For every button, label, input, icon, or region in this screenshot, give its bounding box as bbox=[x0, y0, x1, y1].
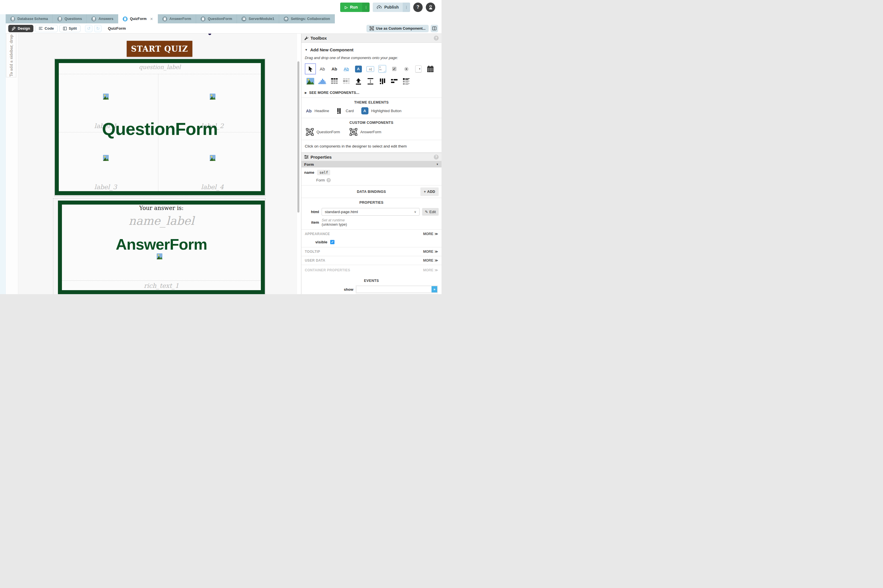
custom-questionform[interactable]: QuestionForm bbox=[306, 128, 340, 136]
component-linearpanel[interactable] bbox=[389, 76, 400, 87]
component-columnpanel[interactable] bbox=[377, 76, 388, 87]
component-richtext[interactable]: Ab bbox=[329, 63, 340, 75]
event-show-input[interactable]: » bbox=[356, 286, 437, 293]
type-help-icon[interactable]: ? bbox=[326, 178, 331, 182]
visible-checkbox[interactable]: ✓ bbox=[330, 240, 335, 244]
canvas-scrollbar[interactable] bbox=[297, 34, 301, 294]
form-editor-toolbar: Design Code Split ↺ ↻ QuizForm Use as Cu… bbox=[6, 23, 442, 34]
tab-answerform[interactable]: AnswerForm bbox=[158, 14, 196, 23]
tab-label: Questions bbox=[65, 17, 82, 21]
radio-icon bbox=[404, 67, 408, 71]
scrollbar-thumb[interactable] bbox=[297, 62, 299, 213]
answerform-component[interactable]: Your answer is: name_label AnswerForm ri… bbox=[58, 201, 265, 294]
sidebar-drop-zone[interactable]: To add a sidebar, drop a ColumnP bbox=[6, 34, 16, 77]
theme-card[interactable]: Card bbox=[336, 108, 354, 114]
component-spacer[interactable] bbox=[365, 76, 376, 87]
design-view-button[interactable]: Design bbox=[8, 25, 33, 32]
card-icon bbox=[336, 108, 343, 114]
component-datagrid[interactable] bbox=[329, 76, 340, 87]
select-tool[interactable] bbox=[305, 63, 316, 75]
start-quiz-button[interactable]: START QUIZ bbox=[127, 41, 192, 57]
account-button[interactable] bbox=[426, 3, 435, 12]
theme-highlighted-button[interactable]: A Highlighted Button bbox=[361, 107, 401, 114]
tab-answers[interactable]: Answers bbox=[87, 14, 118, 23]
component-radiobutton[interactable] bbox=[401, 63, 412, 75]
component-textbox[interactable]: a| bbox=[365, 63, 376, 75]
component-image[interactable] bbox=[305, 76, 316, 87]
tab-database-schema[interactable]: Database Schema bbox=[6, 14, 53, 23]
close-tab-icon[interactable]: ✕ bbox=[150, 17, 153, 21]
component-fileloader[interactable] bbox=[353, 76, 364, 87]
image-placeholder-icon[interactable] bbox=[103, 93, 109, 100]
double-chevron-icon: ≫ bbox=[434, 250, 438, 254]
toggle-side-panel-button[interactable] bbox=[431, 25, 438, 32]
theme-item-label: Highlighted Button bbox=[371, 109, 401, 113]
run-button[interactable]: ▷ Run ⋮ bbox=[340, 3, 369, 12]
add-new-component-section[interactable]: ▼ Add New Component bbox=[301, 43, 442, 52]
chevron-down-icon: ∨ bbox=[414, 210, 416, 214]
use-as-custom-label: Use as Custom Component... bbox=[376, 27, 425, 30]
properties-help-icon[interactable]: ? bbox=[434, 154, 438, 159]
highlighted-button-icon: A bbox=[361, 107, 368, 114]
answer-label-placeholder[interactable]: label_4 bbox=[192, 183, 232, 190]
question-label-placeholder[interactable]: question_label bbox=[59, 64, 261, 70]
component-datepicker[interactable] bbox=[425, 63, 436, 75]
theme-headline[interactable]: Ab Headline bbox=[306, 108, 329, 113]
goto-handler-icon[interactable]: » bbox=[431, 286, 437, 292]
redo-button[interactable]: ↻ bbox=[94, 25, 102, 32]
top-header: ▷ Run ⋮ Publish ⋮ ? bbox=[0, 0, 442, 14]
edit-html-button[interactable]: ✎ Edit bbox=[422, 208, 438, 216]
start-quiz-label: START QUIZ bbox=[131, 45, 188, 53]
user-data-more-button[interactable]: MORE≫ bbox=[423, 258, 438, 262]
tab-servermodule1[interactable]: ServerModule1 bbox=[237, 14, 279, 23]
textarea-icon: abc bbox=[378, 65, 386, 73]
component-type-label: Form bbox=[316, 178, 325, 182]
sidebar-drop-hint: To add a sidebar, drop a ColumnP bbox=[9, 34, 14, 76]
help-button[interactable]: ? bbox=[413, 3, 423, 12]
tab-label: AnswerForm bbox=[170, 17, 191, 21]
component-repeatingpanel[interactable] bbox=[401, 76, 412, 87]
run-options-kebab-icon[interactable]: ⋮ bbox=[362, 3, 369, 12]
chevron-right-icon: ▶ bbox=[305, 91, 307, 94]
tooltip-more-button[interactable]: MORE≫ bbox=[423, 250, 438, 254]
custom-answerform[interactable]: AnswerForm bbox=[350, 128, 381, 136]
component-button[interactable]: A bbox=[353, 63, 364, 75]
image-placeholder-icon[interactable] bbox=[209, 93, 216, 100]
undo-button[interactable]: ↺ bbox=[85, 25, 93, 32]
use-as-custom-component-button[interactable]: Use as Custom Component... bbox=[366, 25, 429, 32]
name-value-chip[interactable]: self bbox=[317, 170, 330, 175]
add-binding-button[interactable]: + ADD bbox=[420, 188, 438, 196]
component-textarea[interactable]: abc bbox=[377, 63, 388, 75]
toolbox-help-icon[interactable]: ? bbox=[434, 36, 438, 40]
name-label-placeholder[interactable]: name_label bbox=[62, 214, 261, 227]
component-plot[interactable] bbox=[317, 76, 328, 87]
component-dropdown[interactable]: ▾ bbox=[413, 63, 424, 75]
code-view-button[interactable]: Code bbox=[35, 25, 58, 32]
component-label[interactable]: Ab bbox=[317, 63, 328, 75]
publish-button[interactable]: Publish ⋮ bbox=[373, 3, 410, 12]
custom-item-label: QuestionForm bbox=[317, 130, 340, 134]
questionform-component[interactable]: question_label label_1 label_2 label_3 l… bbox=[55, 59, 265, 195]
tab-questionform[interactable]: QuestionForm bbox=[196, 14, 237, 23]
selected-component-dropdown[interactable]: Form ▼ bbox=[301, 161, 442, 168]
rich-text-placeholder[interactable]: rich_text_1 bbox=[62, 282, 261, 289]
image-placeholder-icon[interactable] bbox=[209, 154, 216, 162]
tab-settings-collaboration[interactable]: Settings: Collaboration bbox=[279, 14, 335, 23]
tab-quizform-active[interactable]: QuizForm ✕ bbox=[118, 14, 158, 23]
html-template-select[interactable]: standard-page.html ∨ bbox=[321, 208, 419, 216]
answer-label-placeholder[interactable]: label_3 bbox=[86, 183, 126, 190]
image-placeholder-icon[interactable] bbox=[103, 154, 109, 162]
component-datarowpanel[interactable] bbox=[341, 76, 352, 87]
form-icon bbox=[201, 16, 206, 21]
split-view-button[interactable]: Split bbox=[59, 25, 81, 32]
component-checkbox[interactable]: ✓ bbox=[389, 63, 400, 75]
component-link[interactable]: Ab bbox=[341, 63, 352, 75]
appearance-more-button[interactable]: MORE≫ bbox=[423, 232, 438, 236]
publish-options-kebab-icon[interactable]: ⋮ bbox=[403, 3, 410, 12]
tab-questions[interactable]: Questions bbox=[53, 14, 87, 23]
see-more-components-link[interactable]: ▶ SEE MORE COMPONENTS... bbox=[301, 87, 442, 98]
spacer-icon bbox=[367, 78, 374, 85]
image-placeholder-icon[interactable] bbox=[156, 252, 163, 260]
answer-title-label[interactable]: Your answer is: bbox=[62, 204, 261, 212]
container-more-button[interactable]: MORE≫ bbox=[423, 268, 438, 272]
